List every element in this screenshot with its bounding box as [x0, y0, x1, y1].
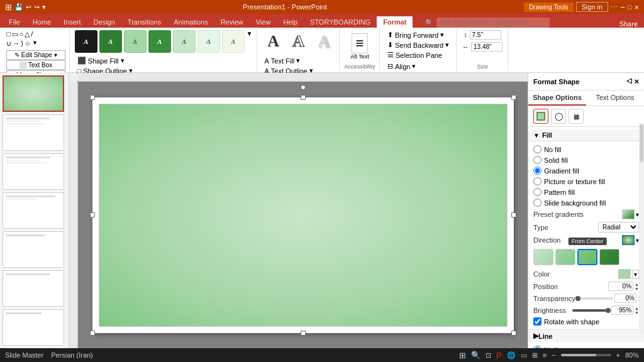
pattern-fill-radio[interactable]: [533, 188, 541, 196]
shape-fill-button[interactable]: ⬛ Shape Fill ▾: [75, 56, 135, 65]
style-green-dark[interactable]: A: [99, 30, 122, 53]
tell-me-input[interactable]: [436, 18, 550, 28]
tab-insert[interactable]: Insert: [57, 16, 87, 28]
effects-icon-btn[interactable]: ◯: [551, 109, 566, 124]
stop-2[interactable]: [555, 249, 575, 265]
format-panel-close[interactable]: ×: [634, 77, 639, 86]
no-fill-radio[interactable]: [533, 145, 541, 153]
quick-undo[interactable]: ↩: [26, 3, 31, 11]
zoom-slider[interactable]: [561, 354, 611, 356]
style-green-light[interactable]: A: [124, 30, 147, 53]
titlebar-options[interactable]: ⋯: [611, 3, 618, 11]
view-reading-icon[interactable]: ≡: [543, 351, 547, 359]
style-green-pale[interactable]: A: [173, 30, 196, 53]
alt-text-btn[interactable]: ≡ Alt Text: [350, 33, 369, 60]
rotate-handle[interactable]: [301, 85, 306, 90]
gradient-fill-radio[interactable]: [533, 167, 541, 175]
brightness-thumb[interactable]: [606, 308, 611, 313]
edit-shape-button[interactable]: ✎ Edit Shape ▾: [6, 50, 65, 60]
ppt-taskbar-icon[interactable]: P: [496, 351, 502, 360]
tab-text-options[interactable]: Text Options: [586, 90, 644, 106]
brightness-input[interactable]: [611, 305, 633, 315]
quick-redo[interactable]: ↪: [34, 3, 40, 11]
rounded-rect-tool[interactable]: ▭: [12, 30, 18, 38]
zoom-in-icon[interactable]: +: [616, 351, 620, 359]
wordart-outline[interactable]: A: [287, 30, 310, 53]
selection-pane-button[interactable]: ☰ Selection Pane: [385, 50, 452, 60]
position-input[interactable]: [608, 282, 633, 291]
canvas-area[interactable]: [78, 82, 528, 348]
fill-line-icon-btn[interactable]: [533, 109, 548, 124]
quick-save[interactable]: 💾: [14, 3, 23, 11]
view-slide-sorter-icon[interactable]: ⊞: [532, 351, 538, 359]
line-tool[interactable]: /: [31, 30, 33, 38]
align-button[interactable]: ⊟ Align ▾: [385, 62, 423, 71]
more-tool[interactable]: ▼: [32, 40, 38, 48]
stop-4[interactable]: [599, 249, 619, 265]
search-taskbar-icon[interactable]: 🔍: [471, 351, 480, 359]
minimize-button[interactable]: −: [620, 3, 625, 12]
tab-review[interactable]: Review: [214, 16, 250, 28]
direction-btn[interactable]: [622, 235, 635, 245]
line-section-header[interactable]: ▶ Line: [528, 329, 644, 342]
handle-ml[interactable]: [90, 212, 95, 217]
slide-thumb-1[interactable]: [3, 75, 64, 112]
solid-fill-radio[interactable]: [533, 156, 541, 164]
style-green-mid[interactable]: A: [148, 30, 171, 53]
fill-section-header[interactable]: ▼ Fill: [528, 129, 644, 141]
format-panel-back[interactable]: ◁: [626, 77, 631, 86]
bring-forward-button[interactable]: ⬆ Bring Forward ▾: [385, 30, 452, 40]
size-position-icon-btn[interactable]: ▦: [569, 109, 584, 124]
send-backward-button[interactable]: ⬇ Send Backward ▾: [385, 40, 452, 50]
type-select[interactable]: Radial Linear Rectangular: [598, 222, 639, 233]
text-box-button[interactable]: ⬜ Text Box: [6, 60, 65, 70]
handle-br[interactable]: [511, 331, 516, 336]
tab-animations[interactable]: Animations: [167, 16, 214, 28]
handle-mr[interactable]: [511, 212, 516, 217]
star-tool[interactable]: ☆: [25, 40, 31, 48]
slide-thumb-2[interactable]: [3, 114, 64, 151]
handle-tm[interactable]: [301, 95, 306, 100]
transparency-thumb[interactable]: [575, 296, 580, 301]
transparency-input[interactable]: [614, 293, 636, 303]
chevron-tool[interactable]: ⟩: [21, 40, 23, 48]
share-button[interactable]: Share: [613, 20, 644, 28]
slide-thumb-7[interactable]: [3, 309, 64, 346]
slide-thumb-5[interactable]: [3, 231, 64, 268]
text-fill-button[interactable]: A Text Fill ▾: [262, 56, 316, 65]
curve-tool[interactable]: ∪: [6, 40, 11, 48]
taskview-icon[interactable]: ⊡: [486, 351, 491, 359]
color-swatch[interactable]: [618, 269, 631, 279]
zoom-value[interactable]: 80%: [625, 351, 639, 359]
tab-view[interactable]: View: [250, 16, 277, 28]
arrow-tool[interactable]: →: [13, 40, 19, 48]
stop-3[interactable]: From Center: [577, 249, 597, 265]
rectangle-tool[interactable]: □: [6, 30, 11, 38]
style-light-mint[interactable]: A: [222, 30, 245, 53]
wordart-shadow[interactable]: A: [313, 30, 335, 53]
triangle-tool[interactable]: △: [25, 30, 30, 38]
slide-shape[interactable]: [99, 104, 508, 327]
windows-icon[interactable]: ⊞: [459, 351, 466, 360]
style-dark[interactable]: A: [75, 30, 97, 53]
tab-design[interactable]: Design: [87, 16, 121, 28]
style-mint[interactable]: A: [197, 30, 220, 53]
tab-shape-options[interactable]: Shape Options: [528, 90, 586, 106]
browser-taskbar-icon[interactable]: 🌐: [507, 351, 516, 359]
wordart-plain[interactable]: A: [262, 30, 285, 53]
no-line-radio[interactable]: [533, 346, 541, 348]
slide-thumb-3[interactable]: [3, 153, 64, 190]
panel-scrollbar[interactable]: [639, 123, 644, 334]
position-spin-down[interactable]: ▼: [635, 287, 639, 291]
slide-thumb-4[interactable]: [3, 192, 64, 229]
transparency-slider[interactable]: [575, 297, 613, 300]
tab-transitions[interactable]: Transitions: [121, 16, 167, 28]
view-normal-icon[interactable]: ▭: [521, 351, 527, 359]
stop-1[interactable]: [533, 249, 553, 265]
handle-bm[interactable]: [301, 331, 306, 336]
tab-home[interactable]: Home: [26, 16, 57, 28]
signin-button[interactable]: Sign in: [576, 2, 609, 12]
slide-thumb-6[interactable]: [3, 270, 64, 307]
restore-button[interactable]: □: [628, 3, 632, 11]
rotate-with-shape-checkbox[interactable]: [533, 317, 541, 326]
